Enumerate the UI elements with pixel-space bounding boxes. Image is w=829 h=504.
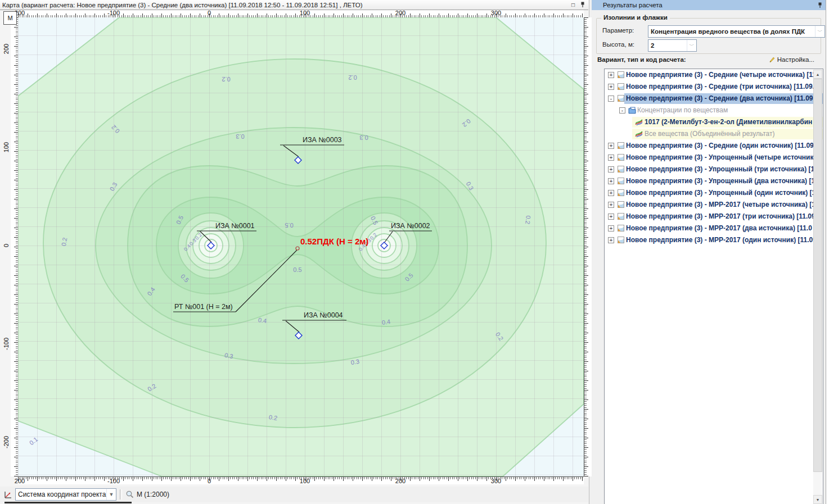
source-label: ИЗА №0001 [215,222,255,230]
tree-expand-toggle[interactable]: + [608,155,614,161]
tree-expand-toggle[interactable]: + [608,84,614,90]
tree-row[interactable]: + Новое предприятие (3) - Упрощенный (че… [605,152,823,164]
tree-expand-toggle[interactable]: + [608,143,614,149]
tree-row[interactable]: + Новое предприятие (3) - МРР-2017 (три … [605,211,823,223]
variant-map-icon [617,153,625,161]
tree-row[interactable]: + Новое предприятие (3) - Упрощенный (тр… [605,164,823,175]
maximize-icon[interactable]: □ [569,1,577,8]
tree-row[interactable]: + Новое предприятие (3) - Средние (три и… [605,81,823,93]
tree-expand-toggle[interactable]: + [608,214,614,220]
tree-item-label: Новое предприятие (3) - Средние (три ист… [626,83,818,90]
calc-point-label: РТ №001 (Н = 2м) [174,303,233,311]
tree-row[interactable]: - Новое предприятие (3) - Средние (два и… [605,93,823,105]
magnifier-icon[interactable] [125,490,134,499]
application-window: Карта (вариант расчета: Новое предприяти… [0,0,829,504]
tree-expand-toggle[interactable]: + [608,72,614,78]
tree-item-label: Новое предприятие (3) - Средние (два ист… [626,94,815,102]
contour-value-label: 0.5 [285,222,293,229]
pin-icon[interactable] [579,1,587,8]
tree-row[interactable]: Все вещества (Объединённый результат) [605,128,823,140]
variants-label: Вариант, тип и код расчета: [597,56,686,63]
concentration-value-label: 0.52ПДК (Н = 2м) [300,237,368,246]
variant-map-icon [617,165,625,173]
variants-tree: + Новое предприятие (3) - Средние (четыр… [604,69,823,504]
ruler-tick-label: -200 [3,436,10,448]
tree-row[interactable]: + Новое предприятие (3) - Упрощенный (дв… [605,175,823,187]
scrollbar-thumb[interactable] [813,79,822,472]
tree-item-label: Все вещества (Объединённый результат) [645,130,775,138]
isolines-result-icon [635,118,643,126]
tree-row[interactable]: + Новое предприятие (3) - МРР-2017 (один… [605,234,823,246]
coordinate-system-select[interactable]: Система координат проекта ▼ [15,488,116,501]
isolines-groupbox: Изолинии и флажки Параметр: Концентрация… [596,18,821,54]
tree-scrollbar[interactable]: ▲ ▼ [813,70,822,504]
tree-item-label: 1017 (2-Метилбут-3-ен-2-ол (Диметилвинил… [645,118,812,126]
tree-expand-toggle[interactable]: - [619,107,625,113]
tree-expand-toggle[interactable]: + [608,225,614,231]
map-title: Карта (вариант расчета: Новое предприяти… [0,2,569,8]
contour-value-label: 0.2 [222,76,230,83]
ruler-tick-label: 300 [491,10,501,16]
ruler-tick-label: 200 [3,44,10,54]
contour-value-label: 0.5 [293,266,301,273]
contour-value-label: 0.2 [348,74,357,81]
variant-map-icon [617,212,625,220]
ruler-unit-box: М [3,11,17,25]
tree-item-label: Новое предприятие (3) - Средние (один ис… [626,142,816,149]
ruler-tick-label: 0 [208,478,211,484]
scroll-up-button[interactable]: ▲ [813,70,822,79]
ruler-left: 2001000-100-200 [11,17,19,476]
ruler-tick-label: 200 [395,10,406,16]
map-window: Карта (вариант расчета: Новое предприяти… [0,0,589,504]
tree-row[interactable]: + Новое предприятие (3) - МРР-2017 (четы… [605,199,823,211]
tree-item-label: Концентрации по веществам [637,106,728,114]
pin-icon[interactable] [818,2,822,8]
settings-link[interactable]: Настройка... [769,56,814,63]
parameter-select[interactable]: Концентрация вредного вещества (в долях … [648,25,825,38]
tree-expand-toggle[interactable]: + [608,190,614,196]
tree-item-label: Новое предприятие (3) - МРР-2017 (четыре… [626,201,816,208]
ruler-tick-label: 0 [3,244,10,247]
chevron-down-icon: ▼ [106,489,116,500]
contour-value-label: 0.3 [236,133,244,140]
variant-map-icon [617,236,625,244]
parameter-label: Параметр: [602,27,634,34]
tree-expand-toggle[interactable]: - [608,96,614,102]
tree-row[interactable]: 1017 (2-Метилбут-3-ен-2-ол (Диметилвинил… [605,116,823,128]
chevron-down-icon: ﹀ [815,26,825,37]
map-titlebar[interactable]: Карта (вариант расчета: Новое предприяти… [0,0,588,10]
tree-item-label: Новое предприятие (3) - Упрощенный (три … [626,165,818,173]
height-select[interactable]: 2 ﹀ [648,39,697,52]
source-label: ИЗА №0003 [303,136,342,144]
window-resize-grip[interactable] [4,502,132,503]
height-label: Высота, м: [602,41,634,48]
scroll-down-button[interactable]: ▼ [813,495,822,504]
tree-row[interactable]: - Концентрации по веществам [605,105,823,116]
tree-expand-toggle[interactable]: + [608,166,614,172]
coordinate-axes-icon [3,490,13,500]
variant-map-icon [617,94,625,102]
contour-value-label: 0.3 [359,134,368,141]
ruler-bottom: 200-1000100200300 [18,476,584,484]
contour-value-label: 0.4 [381,318,391,326]
variant-map-icon [617,189,625,197]
source-label: ИЗА №0002 [391,222,430,230]
tree-row[interactable]: + Новое предприятие (3) - МРР-2017 (два … [605,223,823,234]
isolines-result-icon [635,130,643,138]
pencil-icon [769,56,776,63]
tree-expand-toggle[interactable]: + [608,237,614,243]
tree-expand-toggle[interactable]: + [608,178,614,184]
variant-map-icon [617,142,625,149]
tree-item-label: Новое предприятие (3) - МРР-2017 (один и… [626,236,817,244]
isolines-group-title: Изолинии и флажки [601,14,670,21]
ruler-tick-label: 200 [15,478,25,484]
tree-item-label: Новое предприятие (3) - Средние (четыре … [626,71,816,79]
tree-row[interactable]: + Новое предприятие (3) - Средние (один … [605,140,823,152]
tree-row[interactable]: + Новое предприятие (3) - Упрощенный (од… [605,187,823,199]
results-panel-header[interactable]: Результаты расчета [592,0,826,10]
tree-expand-toggle[interactable]: + [608,202,614,208]
tree-row[interactable]: + Новое предприятие (3) - Средние (четыр… [605,69,823,81]
variant-map-icon [617,177,625,185]
tree-item-label: Новое предприятие (3) - МРР-2017 (три ис… [626,212,816,220]
map-canvas[interactable]: 0.10.20.20.20.20.20.20.20.20.20.30.30.30… [18,17,584,476]
